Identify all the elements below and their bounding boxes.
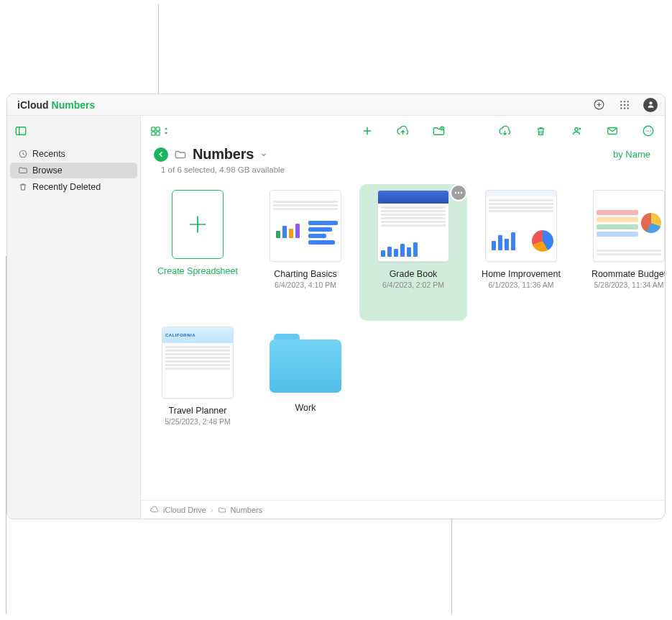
svg-point-9 (627, 107, 628, 109)
file-thumbnail (593, 190, 665, 262)
file-name: Travel Planner (169, 406, 227, 416)
breadcrumb: iCloud Drive › Numbers (141, 500, 665, 519)
svg-point-17 (575, 128, 579, 132)
file-date: 6/1/2023, 11:36 AM (488, 281, 553, 289)
toggle-sidebar-icon[interactable] (11, 122, 30, 140)
trash-icon (17, 182, 28, 193)
folder-tile[interactable]: Work (252, 321, 359, 457)
cloud-icon (149, 505, 159, 514)
create-spreadsheet-label: Create Spreadsheet (157, 266, 238, 276)
folder-icon (218, 506, 226, 514)
svg-point-2 (623, 101, 625, 102)
back-button[interactable] (154, 147, 168, 162)
tile-more-icon[interactable]: ⋯ (451, 186, 466, 200)
breadcrumb-root[interactable]: iCloud Drive (163, 506, 206, 514)
folder-thumbnail (270, 334, 341, 393)
file-name: Home Improvement (482, 269, 561, 279)
svg-rect-13 (156, 127, 160, 130)
upload-icon[interactable] (394, 122, 413, 140)
folder-icon (17, 165, 28, 176)
account-avatar-icon[interactable] (643, 98, 658, 112)
file-name: Charting Basics (274, 269, 337, 279)
chevron-down-icon[interactable] (259, 150, 268, 159)
location-folder-icon (174, 148, 187, 161)
email-icon[interactable] (603, 122, 622, 140)
file-tile[interactable]: Charting Basics 6/4/2023, 4:10 PM (252, 184, 359, 321)
more-actions-icon[interactable] (639, 122, 658, 140)
download-icon[interactable] (495, 122, 514, 140)
file-name: Grade Book (390, 269, 438, 279)
file-tile[interactable]: CALIFORNIA Travel Planner 5/25/2023, 2:4… (144, 321, 252, 457)
sidebar-item-recently-deleted[interactable]: Recently Deleted (10, 179, 137, 195)
location-header: Numbers by Name (141, 146, 665, 163)
file-tile[interactable]: Roommate Budget 5/28/2023, 11:34 AM (575, 184, 665, 321)
app-brand[interactable]: iCloud Numbers (14, 99, 95, 111)
svg-point-6 (627, 104, 628, 105)
sidebar-item-label: Recents (32, 149, 65, 159)
sidebar: Recents Browse Recently Deleted (7, 116, 141, 519)
svg-rect-10 (16, 127, 26, 135)
svg-point-18 (579, 128, 581, 130)
main-panel: Numbers by Name 1 of 6 selected, 4.98 GB… (141, 116, 665, 519)
file-name: Roommate Budget (592, 269, 665, 279)
file-date: 6/4/2023, 2:02 PM (382, 281, 444, 289)
sort-button[interactable]: by Name (613, 149, 652, 160)
svg-point-7 (620, 107, 622, 109)
view-options-icon[interactable] (148, 122, 170, 140)
toolbar (141, 116, 665, 146)
svg-rect-15 (156, 132, 160, 135)
folder-name: Work (295, 403, 316, 413)
delete-icon[interactable] (531, 122, 550, 140)
file-date: 6/4/2023, 4:10 PM (275, 281, 336, 289)
selection-info: 1 of 6 selected, 4.98 GB available (141, 163, 665, 177)
sidebar-item-recents[interactable]: Recents (10, 146, 137, 162)
file-date: 5/28/2023, 11:34 AM (594, 281, 664, 289)
create-spreadsheet-tile[interactable]: Create Spreadsheet (144, 184, 252, 321)
svg-point-8 (623, 107, 625, 109)
clock-icon (17, 149, 28, 160)
svg-point-22 (648, 130, 649, 132)
sidebar-item-label: Recently Deleted (32, 182, 101, 192)
file-thumbnail (377, 190, 449, 262)
share-people-icon[interactable] (567, 122, 586, 140)
file-thumbnail (270, 190, 341, 262)
add-circle-icon[interactable] (593, 99, 605, 111)
svg-point-3 (627, 101, 628, 102)
svg-point-1 (620, 101, 622, 102)
svg-point-4 (620, 104, 622, 105)
new-folder-icon[interactable] (430, 122, 448, 140)
file-tile[interactable]: ⋯ Grade Book 6/4/2023, 2:02 PM (359, 184, 467, 321)
breadcrumb-current[interactable]: Numbers (231, 506, 263, 514)
brand-icloud: iCloud (17, 99, 49, 111)
titlebar: iCloud Numbers (7, 94, 665, 116)
file-thumbnail: CALIFORNIA (162, 327, 234, 398)
svg-point-21 (645, 130, 647, 132)
file-grid: Create Spreadsheet (141, 177, 665, 500)
file-thumbnail (485, 190, 557, 262)
new-document-icon[interactable] (358, 122, 377, 140)
app-window: iCloud Numbers (6, 94, 666, 519)
location-title[interactable]: Numbers (193, 146, 254, 163)
app-grid-icon[interactable] (618, 99, 630, 111)
svg-point-5 (623, 104, 625, 105)
file-date: 5/25/2023, 2:48 PM (165, 417, 231, 426)
sidebar-item-label: Browse (32, 165, 63, 175)
create-spreadsheet-thumb (172, 190, 224, 259)
svg-point-23 (650, 130, 651, 132)
brand-app: Numbers (52, 99, 96, 111)
file-tile[interactable]: Home Improvement 6/1/2023, 11:36 AM (467, 184, 575, 321)
chevron-right-icon: › (211, 506, 213, 514)
sidebar-item-browse[interactable]: Browse (10, 163, 137, 178)
svg-rect-14 (152, 132, 155, 135)
svg-rect-12 (152, 127, 155, 130)
